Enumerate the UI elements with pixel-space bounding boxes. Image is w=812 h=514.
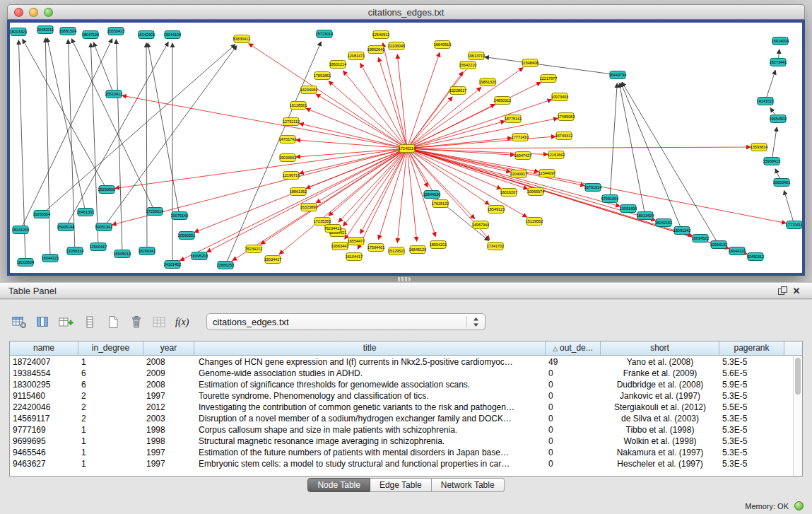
graph-node[interactable]: 15905144: [57, 223, 74, 231]
graph-node[interactable]: 19044104: [164, 31, 181, 39]
column-header-short[interactable]: short: [601, 341, 719, 356]
table-row[interactable]: 1830029562008Estimation of significance …: [10, 379, 802, 390]
graph-node[interactable]: 14141021: [757, 98, 774, 105]
tab-node-table[interactable]: Node Table: [307, 478, 370, 492]
graph-node[interactable]: 18554201: [430, 241, 447, 249]
column-header-year[interactable]: year: [143, 341, 194, 356]
graph-node[interactable]: 16142901: [138, 31, 155, 39]
splitter-grip[interactable]: [396, 277, 411, 281]
graph-node[interactable]: 15905013: [114, 250, 131, 258]
graph-node[interactable]: 15034417: [264, 256, 281, 264]
column-header-out_degree[interactable]: △out_de...: [546, 341, 601, 356]
graph-node[interactable]: 16104417: [346, 253, 363, 261]
graph-node[interactable]: 12161642: [548, 151, 565, 159]
graph-node[interactable]: 24101452: [164, 261, 181, 269]
graph-node[interactable]: 24850312: [494, 97, 511, 105]
graph-node[interactable]: 20550413: [107, 28, 124, 35]
column-header-name[interactable]: name: [10, 341, 78, 356]
close-panel-icon[interactable]: ✕: [789, 284, 804, 297]
graph-node[interactable]: 18047104: [82, 31, 99, 39]
graph-node[interactable]: 13228017: [449, 87, 466, 95]
graph-node[interactable]: 17235353: [314, 218, 331, 226]
network-canvas[interactable]: 1724021622106045198626401208147118601214…: [10, 23, 802, 273]
graph-node[interactable]: 17625122: [432, 200, 449, 208]
table-row[interactable]: 1872400712008Changes of HCN gene express…: [10, 356, 802, 368]
graph-node[interactable]: 15642210: [459, 62, 476, 69]
graph-node[interactable]: 10964132: [710, 241, 727, 249]
graph-node[interactable]: 19613710: [468, 52, 485, 60]
graph-node[interactable]: 25260500: [98, 186, 115, 194]
graph-node[interactable]: 12752112: [283, 118, 300, 126]
graph-node[interactable]: 81830412: [233, 35, 250, 43]
graph-node[interactable]: 13593814: [751, 144, 767, 151]
graph-node[interactable]: 20461301: [77, 209, 94, 216]
network-select-dropdown[interactable]: citations_edges.txt: [206, 313, 486, 330]
table-disabled-icon[interactable]: [150, 313, 169, 332]
graph-node[interactable]: 20482011: [37, 26, 54, 34]
graph-node[interactable]: 16323890: [300, 204, 317, 211]
column-header-pagerank[interactable]: pagerank: [719, 341, 784, 356]
graph-node[interactable]: 15129521: [388, 247, 405, 255]
zoom-window-button[interactable]: [44, 8, 53, 17]
graph-node[interactable]: 18091342: [673, 227, 690, 235]
graph-node[interactable]: 18549123: [488, 206, 505, 214]
graph-node[interactable]: 18273441: [770, 59, 787, 66]
graph-node[interactable]: 15914004: [772, 37, 789, 45]
graph-node[interactable]: 20560551: [178, 232, 195, 240]
graph-node[interactable]: 22866253: [217, 262, 234, 269]
graph-node[interactable]: 17594401: [367, 244, 384, 252]
graph-node[interactable]: 76234212: [245, 245, 262, 253]
graph-node[interactable]: 18775141: [505, 115, 522, 123]
graph-node[interactable]: 12540912: [372, 31, 389, 39]
graph-node[interactable]: 16047427: [514, 152, 531, 160]
table-row[interactable]: 1456911722003Disruption of a novel membe…: [10, 413, 802, 424]
graph-node[interactable]: 19862640: [367, 46, 384, 54]
graph-node[interactable]: 16095203: [191, 252, 208, 260]
columns-icon[interactable]: [33, 313, 52, 332]
graph-node[interactable]: 17240216: [399, 145, 416, 153]
close-window-button[interactable]: [14, 8, 23, 17]
graph-node[interactable]: 16094522: [692, 235, 709, 243]
graph-node[interactable]: 13091404: [620, 205, 637, 213]
graph-node[interactable]: 18601214: [329, 61, 346, 69]
graph-node[interactable]: 19033562: [279, 154, 296, 162]
graph-node[interactable]: 19363443: [331, 243, 348, 250]
graph-node[interactable]: 20510412: [105, 90, 122, 98]
rows-icon[interactable]: [80, 313, 99, 332]
graph-node[interactable]: 59051342: [95, 223, 112, 231]
function-icon[interactable]: f(x): [173, 313, 192, 332]
graph-node[interactable]: 12081471: [348, 52, 365, 60]
graph-node[interactable]: 18861352: [290, 188, 307, 196]
graph-node[interactable]: 12500417: [90, 243, 107, 251]
column-header-in_degree[interactable]: in_degree: [78, 341, 143, 356]
graph-node[interactable]: 12196719: [283, 172, 300, 180]
graph-node[interactable]: 17250014: [146, 208, 163, 216]
graph-node[interactable]: 15723014: [316, 30, 333, 38]
graph-node[interactable]: 10653401: [773, 179, 790, 187]
graph-node[interactable]: 18203321: [10, 28, 27, 36]
graph-node[interactable]: 16042152: [655, 219, 672, 227]
graph-node[interactable]: 16443794: [609, 71, 626, 79]
graph-node[interactable]: 22106045: [388, 42, 405, 50]
graph-node[interactable]: 76234412: [324, 225, 341, 233]
graph-node[interactable]: 67991004: [601, 195, 618, 203]
minimize-window-button[interactable]: [29, 8, 38, 17]
graph-node[interactable]: 17771410: [512, 134, 529, 141]
graph-node[interactable]: 16640910: [434, 41, 451, 49]
network-graph[interactable]: 1724021622106045198626401208147118601214…: [10, 23, 802, 273]
table-row[interactable]: 2242004622012Investigating the contribut…: [10, 402, 802, 413]
graph-node[interactable]: 16845120: [409, 246, 426, 254]
graph-node[interactable]: 18013424: [637, 212, 654, 220]
graph-node[interactable]: 10973493: [551, 93, 568, 101]
table-row[interactable]: 946554611997Estimation of the future num…: [10, 447, 802, 458]
table-row[interactable]: 977716911998Corpus callosum shape and si…: [10, 424, 802, 436]
graph-node[interactable]: 17485083: [558, 113, 575, 121]
graph-node[interactable]: 15844530: [423, 191, 440, 199]
graph-node[interactable]: 18044120: [729, 247, 746, 255]
graph-node[interactable]: 18203504: [17, 259, 34, 267]
column-settings-icon[interactable]: [10, 313, 29, 332]
graph-node[interactable]: 14957944: [472, 221, 489, 229]
graph-node[interactable]: 18260341: [139, 247, 155, 255]
graph-node[interactable]: 15958413: [763, 158, 780, 165]
table-row[interactable]: 1938455462009Genome-wide association stu…: [10, 368, 802, 379]
